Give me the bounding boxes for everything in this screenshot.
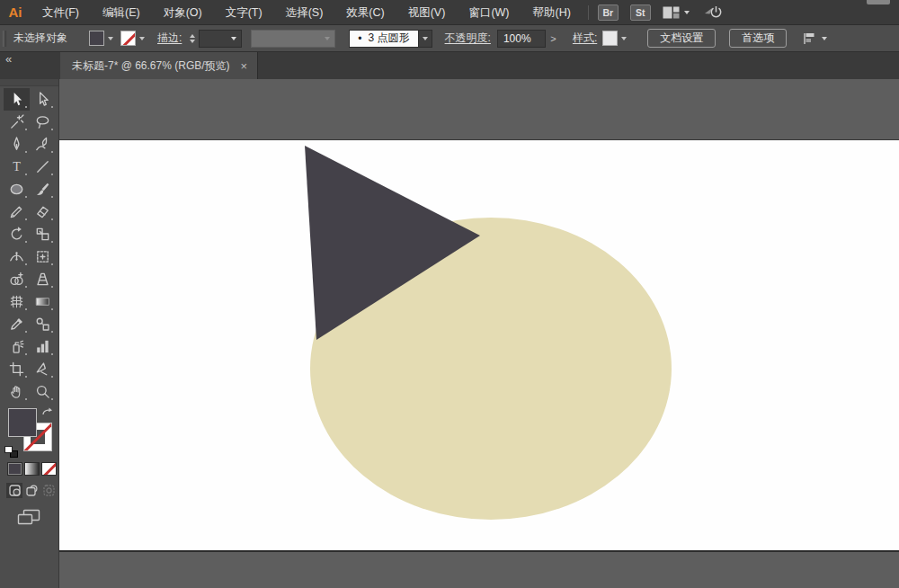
menu-help[interactable]: 帮助(H) — [521, 0, 583, 25]
arrange-documents-button[interactable] — [663, 6, 690, 19]
stepper-up-icon[interactable] — [190, 34, 195, 38]
magic-wand-tool[interactable] — [4, 111, 30, 133]
hand-tool[interactable] — [4, 380, 30, 403]
artboard-icon — [8, 361, 25, 378]
scale-tool[interactable] — [30, 223, 56, 245]
zoom-tool[interactable] — [30, 380, 56, 403]
paintbrush-icon — [34, 181, 51, 198]
bridge-button[interactable]: Br — [598, 4, 619, 21]
zoom-icon — [34, 383, 51, 400]
hand-icon — [8, 383, 25, 400]
blend-tool[interactable] — [30, 313, 56, 335]
menu-object[interactable]: 对象(O) — [152, 0, 214, 25]
screen-mode-icon — [17, 509, 41, 527]
drawing-mode-group — [0, 483, 58, 498]
stroke-weight-dropdown[interactable] — [199, 30, 242, 48]
eraser-tool[interactable] — [30, 200, 56, 223]
mesh-icon — [8, 293, 25, 310]
menu-select[interactable]: 选择(S) — [274, 0, 335, 25]
none-button[interactable] — [41, 462, 57, 476]
paint-mode-row — [0, 462, 58, 476]
mesh-tool[interactable] — [4, 290, 30, 313]
menu-type[interactable]: 文字(T) — [214, 0, 274, 25]
brush-definition-field[interactable]: • 3 点圆形 — [349, 30, 417, 48]
screen-mode-button[interactable] — [17, 509, 58, 530]
shape-builder-tool[interactable] — [4, 268, 30, 290]
menu-window[interactable]: 窗口(W) — [457, 0, 521, 25]
rotate-tool[interactable] — [4, 223, 30, 245]
menu-view[interactable]: 视图(V) — [396, 0, 458, 25]
pencil-tool[interactable] — [4, 200, 30, 223]
column-graph-tool[interactable] — [30, 335, 56, 358]
stepper-down-icon[interactable] — [190, 40, 195, 43]
tab-title: 未标题-7* @ 66.67% (RGB/预览) — [72, 58, 230, 74]
selection-icon — [8, 91, 25, 108]
color-button[interactable] — [7, 462, 22, 476]
panel-grip[interactable] — [3, 31, 6, 47]
canvas-area[interactable] — [59, 79, 899, 588]
menu-list: 文件(F)编辑(E)对象(O)文字(T)选择(S)效果(C)视图(V)窗口(W)… — [31, 0, 583, 25]
style-swatch[interactable] — [602, 31, 618, 46]
type-tool[interactable]: T — [4, 156, 30, 178]
style-label[interactable]: 样式: — [573, 31, 597, 46]
line-segment-tool[interactable] — [30, 156, 56, 178]
stroke-weight-label[interactable]: 描边: — [157, 31, 182, 46]
free-transform-icon — [34, 248, 51, 265]
slice-tool[interactable] — [30, 358, 56, 380]
swap-fill-stroke-icon[interactable] — [41, 407, 53, 420]
brush-preview-dot: • — [358, 32, 361, 45]
artwork-layer — [59, 79, 899, 588]
width-icon — [8, 248, 25, 265]
chevron-down-icon — [325, 37, 330, 40]
lasso-tool[interactable] — [30, 111, 56, 133]
preferences-button[interactable]: 首选项 — [729, 29, 787, 48]
cs-live-button[interactable] — [704, 5, 722, 20]
stroke-chevron-icon[interactable] — [139, 37, 145, 40]
draw-normal-mode-button[interactable] — [6, 483, 22, 498]
curvature-tool[interactable] — [30, 133, 56, 156]
ellipse-icon — [8, 181, 25, 198]
opacity-label[interactable]: 不透明度: — [445, 31, 491, 46]
gradient-button[interactable] — [24, 462, 40, 476]
stroke-weight-stepper[interactable] — [190, 34, 195, 43]
stroke-color-swatch[interactable] — [120, 31, 136, 46]
align-panel-button[interactable] — [802, 31, 827, 45]
artboard-tool[interactable] — [4, 358, 30, 380]
tools-panel-grip[interactable] — [0, 79, 58, 86]
gradient-icon — [34, 293, 51, 310]
perspective-grid-icon — [34, 271, 51, 288]
gradient-tool[interactable] — [30, 290, 56, 313]
close-icon[interactable]: × — [241, 60, 248, 72]
opacity-input[interactable]: 100% — [497, 30, 546, 48]
brush-definition-value: 3 点圆形 — [369, 31, 410, 46]
menu-file[interactable]: 文件(F) — [31, 0, 91, 25]
fill-swatch[interactable] — [8, 408, 37, 437]
opacity-expand-button[interactable]: > — [547, 30, 560, 48]
default-fill-stroke-icon[interactable] — [4, 446, 18, 458]
brush-definition-chevron[interactable] — [418, 30, 432, 48]
stock-button[interactable]: St — [630, 4, 651, 21]
document-tab[interactable]: 未标题-7* @ 66.67% (RGB/预览) × — [60, 52, 258, 79]
width-tool[interactable] — [4, 245, 30, 268]
perspective-grid-tool[interactable] — [30, 268, 56, 290]
selection-tool[interactable] — [4, 88, 30, 111]
menu-edit[interactable]: 编辑(E) — [91, 0, 152, 25]
document-setup-button[interactable]: 文档设置 — [647, 29, 716, 48]
eraser-icon — [34, 203, 51, 220]
draw-behind-mode-button[interactable] — [23, 483, 40, 498]
collapse-panels-button[interactable]: « — [5, 52, 11, 66]
none-slash-icon — [120, 31, 136, 46]
style-chevron-icon[interactable] — [621, 37, 627, 40]
ellipse-tool[interactable] — [4, 178, 30, 200]
fill-chevron-icon[interactable] — [108, 37, 113, 40]
free-transform-tool[interactable] — [30, 245, 56, 268]
symbol-sprayer-tool[interactable] — [4, 335, 30, 358]
eyedropper-tool[interactable] — [4, 313, 30, 335]
paintbrush-tool[interactable] — [30, 178, 56, 200]
direct-selection-tool[interactable] — [30, 88, 56, 111]
pen-tool[interactable] — [4, 133, 30, 156]
shape-builder-icon — [8, 271, 25, 288]
type-icon: T — [8, 158, 25, 175]
menu-effect[interactable]: 效果(C) — [334, 0, 396, 25]
fill-color-swatch[interactable] — [89, 31, 104, 46]
